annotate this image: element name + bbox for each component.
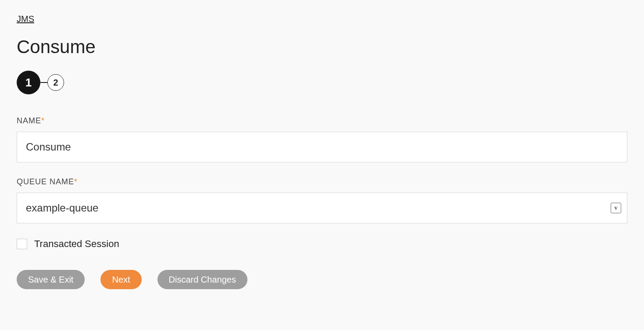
transacted-session-label: Transacted Session <box>34 238 119 250</box>
name-input[interactable] <box>17 132 627 162</box>
name-label-text: NAME <box>17 116 41 125</box>
discard-changes-button[interactable]: Discard Changes <box>157 270 247 289</box>
save-exit-button[interactable]: Save & Exit <box>17 270 85 289</box>
queue-name-label-text: QUEUE NAME <box>17 177 74 186</box>
stepper: 1 2 <box>17 71 627 94</box>
field-transacted-session: Transacted Session <box>17 238 627 250</box>
step-1[interactable]: 1 <box>17 71 40 94</box>
field-name: NAME* <box>17 116 627 162</box>
variable-icon[interactable]: v <box>611 203 621 213</box>
next-button[interactable]: Next <box>100 270 141 289</box>
breadcrumb-jms[interactable]: JMS <box>17 14 34 24</box>
required-asterisk-icon: * <box>41 116 45 125</box>
step-connector <box>40 82 47 83</box>
field-queue-name: QUEUE NAME* v <box>17 177 627 223</box>
queue-name-label: QUEUE NAME* <box>17 177 627 187</box>
step-2[interactable]: 2 <box>47 74 64 91</box>
transacted-session-checkbox[interactable] <box>17 239 27 249</box>
queue-name-input[interactable] <box>17 193 627 223</box>
required-asterisk-icon: * <box>74 177 78 186</box>
page-title: Consume <box>17 36 627 57</box>
button-row: Save & Exit Next Discard Changes <box>17 270 627 289</box>
name-label: NAME* <box>17 116 627 126</box>
